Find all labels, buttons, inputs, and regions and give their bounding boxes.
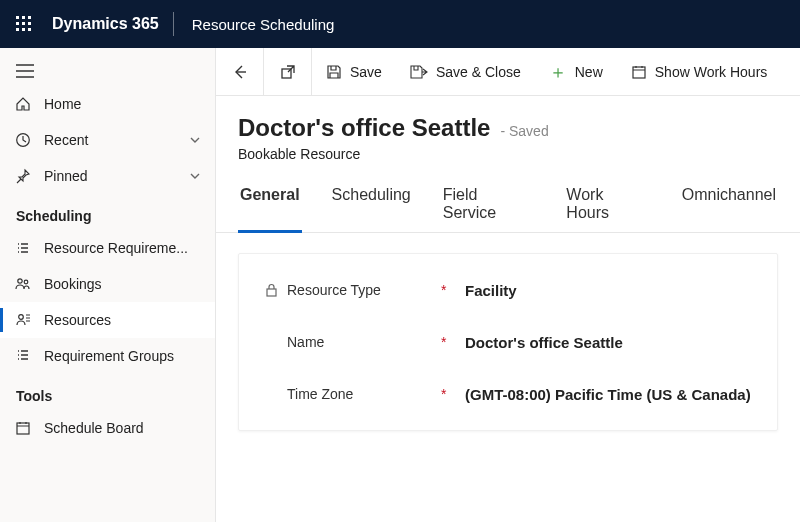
sidebar-item-label: Schedule Board xyxy=(44,420,201,436)
tab-work-hours[interactable]: Work Hours xyxy=(564,180,651,232)
home-icon xyxy=(14,95,32,113)
clock-icon xyxy=(14,131,32,149)
app-name[interactable]: Resource Scheduling xyxy=(174,16,353,33)
app-launcher-button[interactable] xyxy=(0,0,48,48)
general-form-section: Resource Type * Facility Name * Doctor's… xyxy=(238,253,778,431)
calendar-icon xyxy=(631,64,647,80)
sidebar-item-home[interactable]: Home xyxy=(0,86,215,122)
arrow-left-icon xyxy=(231,63,249,81)
show-work-hours-button[interactable]: Show Work Hours xyxy=(617,48,782,95)
command-bar: Save Save & Close ＋ New Show Work Hours xyxy=(216,48,800,96)
sidebar-item-recent[interactable]: Recent xyxy=(0,122,215,158)
field-name[interactable]: Name * Doctor's office Seattle xyxy=(239,316,777,368)
sidebar-item-label: Resource Requireme... xyxy=(44,240,201,256)
field-resource-type[interactable]: Resource Type * Facility xyxy=(239,264,777,316)
open-new-window-button[interactable] xyxy=(264,48,312,95)
required-indicator: * xyxy=(441,334,455,350)
save-close-label: Save & Close xyxy=(436,64,521,80)
show-work-hours-label: Show Work Hours xyxy=(655,64,768,80)
new-label: New xyxy=(575,64,603,80)
save-label: Save xyxy=(350,64,382,80)
svg-rect-6 xyxy=(633,67,645,78)
save-button[interactable]: Save xyxy=(312,48,396,95)
sidebar-section-scheduling: Scheduling xyxy=(0,194,215,230)
tab-omnichannel[interactable]: Omnichannel xyxy=(680,180,778,232)
sidebar-item-label: Pinned xyxy=(44,168,177,184)
waffle-icon xyxy=(16,16,32,32)
sidebar-item-label: Requirement Groups xyxy=(44,348,201,364)
popout-icon xyxy=(280,64,296,80)
global-header: Dynamics 365 Resource Scheduling xyxy=(0,0,800,48)
sidebar: Home Recent Pinned Scheduling R xyxy=(0,48,216,522)
calendar-icon xyxy=(14,419,32,437)
record-title: Doctor's office Seattle xyxy=(238,114,490,142)
record-entity-type: Bookable Resource xyxy=(238,146,778,162)
sidebar-item-label: Bookings xyxy=(44,276,201,292)
field-label: Time Zone xyxy=(281,386,441,402)
sidebar-item-pinned[interactable]: Pinned xyxy=(0,158,215,194)
save-and-close-button[interactable]: Save & Close xyxy=(396,48,535,95)
new-button[interactable]: ＋ New xyxy=(535,48,617,95)
svg-point-1 xyxy=(18,279,22,283)
tab-field-service[interactable]: Field Service xyxy=(441,180,537,232)
group-icon xyxy=(14,347,32,365)
record-save-status: - Saved xyxy=(500,123,548,139)
chevron-down-icon xyxy=(189,134,201,146)
field-label: Name xyxy=(281,334,441,350)
people-icon xyxy=(14,275,32,293)
required-indicator: * xyxy=(441,282,455,298)
field-value: Doctor's office Seattle xyxy=(455,334,755,351)
svg-rect-4 xyxy=(17,423,29,434)
sidebar-toggle-button[interactable] xyxy=(0,52,215,86)
required-indicator: * xyxy=(441,386,455,402)
svg-point-3 xyxy=(19,315,24,320)
chevron-down-icon xyxy=(189,170,201,182)
save-icon xyxy=(326,64,342,80)
save-close-icon xyxy=(410,64,428,80)
tab-scheduling[interactable]: Scheduling xyxy=(330,180,413,232)
sidebar-item-label: Resources xyxy=(44,312,201,328)
record-header: Doctor's office Seattle - Saved Bookable… xyxy=(216,96,800,162)
plus-icon: ＋ xyxy=(549,63,567,81)
sidebar-item-label: Home xyxy=(44,96,201,112)
form-tabs: General Scheduling Field Service Work Ho… xyxy=(216,180,800,233)
resource-icon xyxy=(14,311,32,329)
svg-point-2 xyxy=(24,280,28,284)
field-value: (GMT-08:00) Pacific Time (US & Canada) xyxy=(455,386,755,403)
field-value: Facility xyxy=(455,282,755,299)
back-button[interactable] xyxy=(216,48,264,95)
sidebar-item-bookings[interactable]: Bookings xyxy=(0,266,215,302)
sidebar-section-tools: Tools xyxy=(0,374,215,410)
pin-icon xyxy=(14,167,32,185)
field-time-zone[interactable]: Time Zone * (GMT-08:00) Pacific Time (US… xyxy=(239,368,777,420)
list-icon xyxy=(14,239,32,257)
brand-name[interactable]: Dynamics 365 xyxy=(48,15,173,33)
sidebar-item-schedule-board[interactable]: Schedule Board xyxy=(0,410,215,446)
lock-icon xyxy=(261,283,281,297)
sidebar-item-resources[interactable]: Resources xyxy=(0,302,215,338)
sidebar-item-label: Recent xyxy=(44,132,177,148)
field-label: Resource Type xyxy=(281,282,441,298)
sidebar-item-requirement-groups[interactable]: Requirement Groups xyxy=(0,338,215,374)
tab-general[interactable]: General xyxy=(238,180,302,232)
hamburger-icon xyxy=(16,64,34,78)
svg-rect-7 xyxy=(267,289,276,296)
main-content: Save Save & Close ＋ New Show Work Hours … xyxy=(216,48,800,522)
sidebar-item-resource-requirements[interactable]: Resource Requireme... xyxy=(0,230,215,266)
